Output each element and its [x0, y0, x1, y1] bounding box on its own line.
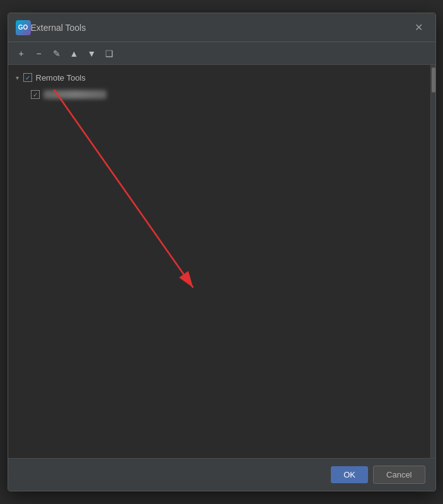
remote-tools-checkbox[interactable]: [23, 73, 32, 82]
remove-button[interactable]: −: [31, 45, 47, 62]
add-button[interactable]: +: [13, 45, 30, 62]
ok-button[interactable]: OK: [331, 466, 368, 483]
close-button[interactable]: ✕: [410, 19, 428, 37]
dialog-title: External Tools: [31, 23, 410, 33]
remote-tools-row[interactable]: ▾ Remote Tools: [8, 69, 430, 86]
toolbar: + − ✎ ▲ ▼ ❑: [8, 42, 435, 65]
scrollbar-thumb[interactable]: [432, 67, 435, 93]
edit-button[interactable]: ✎: [49, 45, 65, 62]
child-tool-row[interactable]: [8, 86, 430, 103]
child-tool-label: [43, 90, 106, 99]
remote-tools-label: Remote Tools: [36, 73, 86, 83]
cancel-button[interactable]: Cancel: [373, 466, 425, 484]
dialog-footer: OK Cancel: [8, 458, 435, 491]
title-bar: GO External Tools ✕: [8, 13, 435, 42]
vertical-scrollbar[interactable]: [430, 65, 435, 458]
expand-chevron-icon: ▾: [13, 73, 22, 82]
tools-tree[interactable]: ▾ Remote Tools: [8, 65, 430, 458]
svg-line-1: [54, 90, 192, 288]
external-tools-dialog: GO External Tools ✕ + − ✎ ▲ ▼ ❑ ▾ Remote…: [8, 13, 436, 491]
child-tool-checkbox[interactable]: [31, 90, 40, 99]
copy-button[interactable]: ❑: [101, 45, 118, 62]
move-down-button[interactable]: ▼: [84, 45, 100, 62]
content-area: ▾ Remote Tools: [8, 65, 435, 458]
move-up-button[interactable]: ▲: [66, 45, 83, 62]
annotation-arrow: [8, 65, 430, 458]
app-icon: GO: [16, 20, 31, 35]
remote-tools-group: ▾ Remote Tools: [8, 67, 430, 104]
